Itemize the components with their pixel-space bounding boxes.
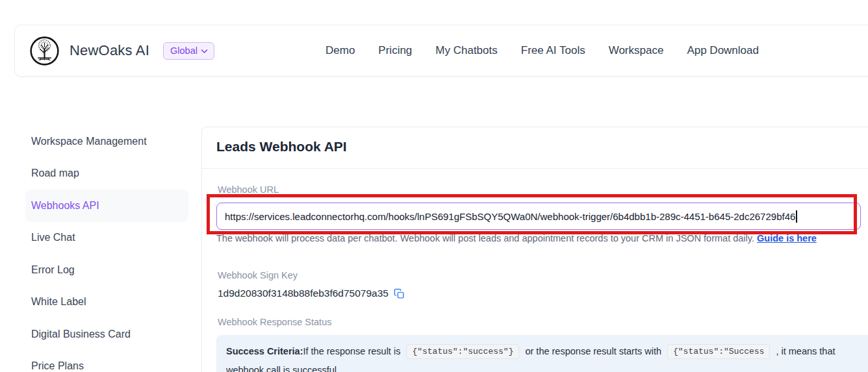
- nav-item-workspace[interactable]: Workspace: [609, 44, 664, 57]
- response-status-label: Webhook Response Status: [218, 317, 331, 327]
- criteria-text-2: or the response result starts with: [525, 346, 661, 356]
- sign-key-row: 1d9d20830f3148b88feb3f6d75079a35: [218, 288, 405, 299]
- sidebar-item-digital-business-card[interactable]: Digital Business Card: [25, 318, 188, 351]
- main-nav: Demo Pricing My Chatbots Free AI Tools W…: [326, 25, 759, 76]
- success-criteria-box: Success Criteria: If the response result…: [216, 335, 868, 372]
- content-card: Leads Webhook API Webhook URL https://se…: [201, 127, 868, 372]
- code-chip-success: {"status":"success"}: [406, 344, 519, 359]
- success-criteria-bold: Success Criteria:: [226, 346, 303, 356]
- sidebar-item-webhooks-api[interactable]: Webhooks API: [25, 190, 188, 222]
- criteria-text-1: If the response result is: [303, 346, 400, 356]
- nav-item-free-ai-tools[interactable]: Free AI Tools: [521, 44, 585, 57]
- newoaks-logo-icon: [29, 36, 60, 66]
- success-criteria-line2: webhook call is successful.: [226, 365, 864, 372]
- webhook-helper-sentence: The webhook will process data per chatbo…: [216, 233, 757, 243]
- criteria-text-3: , it means that: [776, 346, 835, 356]
- brand-name: NewOaks AI: [70, 42, 149, 59]
- webhook-url-input[interactable]: https://services.leadconnectorhq.com/hoo…: [216, 203, 861, 230]
- sidebar: Workspace Management Road map Webhooks A…: [25, 125, 188, 372]
- region-selector[interactable]: Global: [163, 42, 214, 60]
- nav-item-demo[interactable]: Demo: [326, 44, 355, 57]
- sidebar-item-white-label[interactable]: White Label: [25, 286, 188, 319]
- code-chip-success-prefix: {"status":"Success: [667, 344, 770, 359]
- sidebar-item-price-plans[interactable]: Price Plans: [25, 351, 188, 372]
- copy-icon[interactable]: [394, 288, 405, 299]
- top-navbar: NewOaks AI Global Demo Pricing My Chatbo…: [14, 25, 868, 77]
- nav-item-app-download[interactable]: App Download: [687, 44, 759, 57]
- title-divider: [202, 168, 868, 169]
- sidebar-item-error-log[interactable]: Error Log: [25, 254, 188, 286]
- sign-key-label: Webhook Sign Key: [218, 270, 298, 280]
- sidebar-item-road-map[interactable]: Road map: [25, 158, 188, 190]
- sidebar-item-live-chat[interactable]: Live Chat: [25, 222, 188, 254]
- success-criteria-line1: Success Criteria: If the response result…: [226, 343, 864, 360]
- guide-link[interactable]: Guide is here: [757, 233, 817, 243]
- sidebar-item-workspace-management[interactable]: Workspace Management: [25, 125, 188, 158]
- webhook-url-value: https://services.leadconnectorhq.com/hoo…: [225, 211, 795, 222]
- brand-home-link[interactable]: NewOaks AI: [29, 36, 149, 66]
- page-title: Leads Webhook API: [216, 139, 347, 155]
- nav-item-my-chatbots[interactable]: My Chatbots: [435, 44, 497, 57]
- sign-key-value: 1d9d20830f3148b88feb3f6d75079a35: [218, 288, 389, 299]
- webhook-helper-text: The webhook will process data per chatbo…: [216, 233, 817, 243]
- text-cursor: [796, 210, 797, 223]
- nav-item-pricing[interactable]: Pricing: [378, 44, 412, 57]
- region-selector-label: Global: [170, 45, 198, 56]
- webhook-url-label: Webhook URL: [218, 184, 279, 195]
- chevron-down-icon: [201, 45, 208, 56]
